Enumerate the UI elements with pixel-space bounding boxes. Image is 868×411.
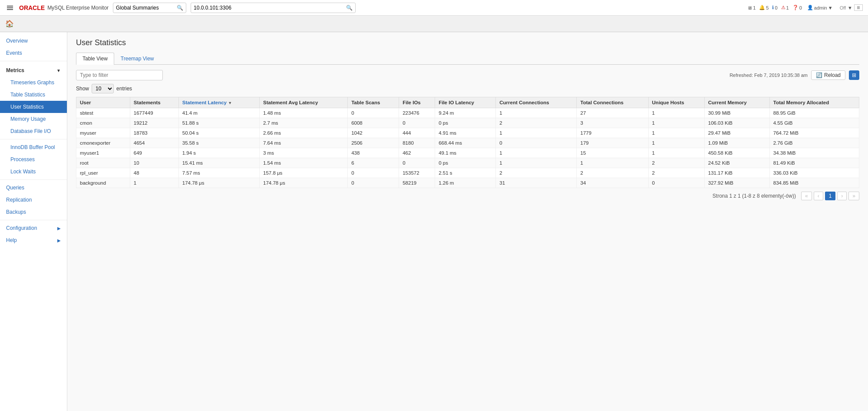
grid-view-button[interactable]: ⊞: [849, 70, 859, 80]
prev-page-button[interactable]: ‹: [814, 192, 823, 200]
table-cell: 2506: [348, 138, 399, 148]
sidebar-item-database-file-io[interactable]: Database File I/O: [0, 125, 67, 137]
table-cell: 834.85 MiB: [769, 178, 859, 188]
table-cell: 31: [496, 178, 577, 188]
grid-icon: ⊞: [852, 72, 856, 78]
user-menu[interactable]: 👤 admin ▼: [807, 5, 833, 10]
refreshed-text: Refreshed: Feb 7, 2019 10:35:38 am: [729, 73, 808, 78]
sidebar-item-backups[interactable]: Backups: [0, 206, 67, 218]
user-chevron-icon: ▼: [828, 5, 833, 10]
col-statements[interactable]: Statements: [130, 97, 178, 108]
col-current-connections[interactable]: Current Connections: [496, 97, 577, 108]
help-chevron-icon: ▶: [57, 238, 61, 243]
table-cell: 1.48 ms: [260, 108, 348, 118]
user-icon: 👤: [807, 5, 813, 10]
monitor-count: 1: [753, 5, 756, 10]
table-cell: 1: [496, 148, 577, 158]
critical-count: 1: [786, 5, 789, 10]
table-cell: 1: [648, 128, 704, 138]
sidebar-item-processes[interactable]: Processes: [0, 153, 67, 166]
sidebar-item-configuration[interactable]: Configuration ▶: [0, 222, 67, 234]
table-cell: 764.72 MiB: [769, 128, 859, 138]
entries-per-page-select[interactable]: 10 25 50 100: [92, 84, 114, 93]
sidebar-item-memory-usage[interactable]: Memory Usage: [0, 113, 67, 125]
sidebar-item-label: Configuration: [6, 225, 37, 231]
hamburger-menu-icon[interactable]: [5, 4, 15, 12]
col-file-ios[interactable]: File IOs: [399, 97, 435, 108]
col-unique-hosts[interactable]: Unique Hosts: [648, 97, 704, 108]
col-statement-latency[interactable]: Statement Latency ▼: [178, 97, 259, 108]
sidebar-item-innodb-buffer-pool[interactable]: InnoDB Buffer Pool: [0, 141, 67, 153]
configuration-chevron-icon: ▶: [57, 226, 61, 231]
table-cell: 0: [399, 118, 435, 128]
sidebar-item-queries[interactable]: Queries: [0, 182, 67, 194]
table-cell: 1.54 ms: [260, 158, 348, 168]
home-icon[interactable]: 🏠: [5, 20, 14, 28]
user-statistics-table: User Statements Statement Latency ▼ Stat…: [76, 97, 859, 188]
table-cell: 450.58 KiB: [704, 148, 769, 158]
current-page-button[interactable]: 1: [825, 192, 836, 200]
sidebar-item-replication[interactable]: Replication: [0, 194, 67, 206]
table-cell: sbtest: [76, 108, 130, 118]
host-search-icon[interactable]: 🔍: [346, 5, 353, 11]
table-cell: 2.51 s: [435, 168, 496, 178]
refresh-status: Off: [840, 5, 846, 10]
table-cell: 1.94 s: [178, 148, 259, 158]
next-page-button[interactable]: ›: [837, 192, 847, 200]
table-cell: 2: [496, 118, 577, 128]
table-cell: 50.04 s: [178, 128, 259, 138]
tab-table-view[interactable]: Table View: [76, 53, 114, 65]
global-search-input[interactable]: [116, 5, 177, 11]
sidebar-item-timeseries-graphs[interactable]: Timeseries Graphs: [0, 76, 67, 89]
global-search-box[interactable]: 🔍: [113, 3, 186, 13]
col-total-memory-allocated[interactable]: Total Memory Allocated: [769, 97, 859, 108]
refresh-chevron-icon[interactable]: ▼: [848, 5, 852, 10]
toolbar-right: Refreshed: Feb 7, 2019 10:35:38 am 🔄 Rel…: [729, 70, 859, 80]
pause-icon[interactable]: ⏸: [854, 4, 863, 11]
info-count: 0: [775, 5, 777, 10]
table-cell: 30.99 MiB: [704, 108, 769, 118]
unknown-badge: ❓ 0: [792, 5, 802, 10]
sidebar-item-table-statistics[interactable]: Table Statistics: [0, 89, 67, 101]
reload-label: Reload: [824, 72, 841, 78]
sidebar-item-overview[interactable]: Overview: [0, 35, 67, 47]
host-search-input[interactable]: [194, 5, 344, 11]
layout: Overview Events Metrics ▼ Timeseries Gra…: [0, 32, 868, 411]
table-cell: 48: [130, 168, 178, 178]
col-total-connections[interactable]: Total Connections: [577, 97, 648, 108]
col-file-io-latency[interactable]: File IO Latency: [435, 97, 496, 108]
refresh-control: Off ▼ ⏸: [838, 4, 863, 11]
reload-button[interactable]: 🔄 Reload: [811, 70, 845, 80]
col-current-memory[interactable]: Current Memory: [704, 97, 769, 108]
sidebar-item-lock-waits[interactable]: Lock Waits: [0, 166, 67, 178]
table-cell: 2.7 ms: [260, 118, 348, 128]
sidebar-item-label: Queries: [6, 185, 24, 191]
sidebar-item-label: Processes: [10, 156, 35, 162]
tab-treemap-view[interactable]: Treemap View: [114, 53, 161, 64]
table-cell: 15.41 ms: [178, 158, 259, 168]
sidebar-item-user-statistics[interactable]: User Statistics: [0, 101, 67, 113]
table-cell: 1: [648, 118, 704, 128]
col-user[interactable]: User: [76, 97, 130, 108]
filter-input[interactable]: [76, 70, 163, 80]
table-cell: background: [76, 178, 130, 188]
info-icon: ℹ: [772, 5, 774, 10]
sidebar-item-label: Replication: [6, 197, 32, 203]
sidebar: Overview Events Metrics ▼ Timeseries Gra…: [0, 32, 67, 411]
host-search-box[interactable]: 🔍: [191, 3, 356, 13]
table-cell: 327.92 MiB: [704, 178, 769, 188]
search-icon[interactable]: 🔍: [177, 5, 183, 11]
col-table-scans[interactable]: Table Scans: [348, 97, 399, 108]
info-badge: ℹ 0: [772, 5, 777, 10]
table-row: cmon1921251.88 s2.7 ms600800 ps231106.03…: [76, 118, 859, 128]
first-page-button[interactable]: «: [801, 192, 812, 200]
mysql-monitor-title: MySQL Enterprise Monitor: [47, 5, 109, 11]
sidebar-item-events[interactable]: Events: [0, 47, 67, 59]
table-cell: 336.03 KiB: [769, 168, 859, 178]
sidebar-item-label: User Statistics: [10, 104, 44, 110]
last-page-button[interactable]: »: [848, 192, 859, 200]
table-cell: 1.09 MiB: [704, 138, 769, 148]
sidebar-item-help[interactable]: Help ▶: [0, 234, 67, 246]
alerts-count: 5: [766, 5, 769, 10]
col-statement-avg-latency[interactable]: Statement Avg Latency: [260, 97, 348, 108]
